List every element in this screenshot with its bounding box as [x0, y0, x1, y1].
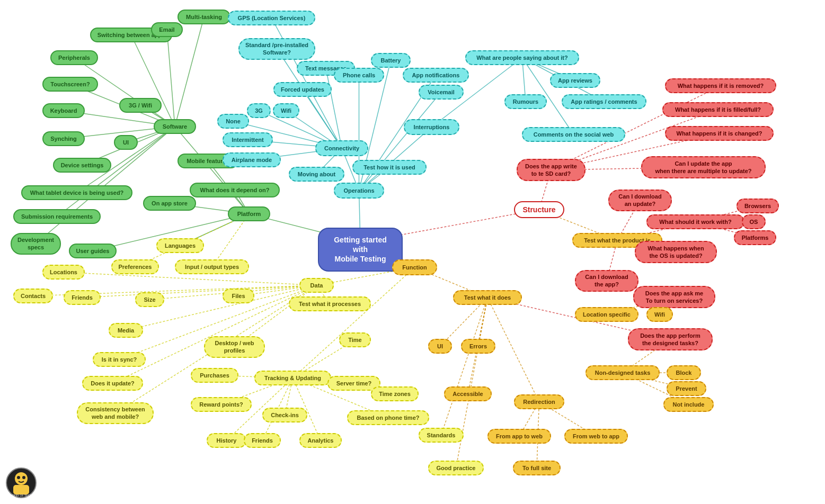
svg-line-41 — [359, 127, 432, 191]
node-software[interactable]: Software — [154, 119, 196, 134]
node-ui[interactable]: UI — [114, 135, 138, 150]
node-from-web-app[interactable]: From web to app — [564, 429, 628, 444]
node-gps[interactable]: GPS (Location Services) — [228, 11, 315, 25]
node-touchscreen[interactable]: Touchscreen? — [42, 77, 98, 92]
node-history[interactable]: History — [207, 433, 246, 448]
node-errors[interactable]: Errors — [461, 339, 495, 354]
node-none[interactable]: None — [217, 114, 249, 129]
node-wifi[interactable]: Wifi — [273, 103, 299, 118]
node-email[interactable]: Email — [151, 22, 183, 37]
node-size[interactable]: Size — [135, 292, 164, 307]
node-does-ask-services[interactable]: Does the app ask meTo turn on services? — [633, 286, 715, 308]
node-prevent[interactable]: Prevent — [667, 381, 706, 396]
node-not-include[interactable]: Not include — [663, 397, 714, 412]
node-std-software[interactable]: Standard /pre-installedSoftware? — [238, 38, 315, 60]
node-interruptions[interactable]: Interruptions — [404, 119, 459, 135]
node-connectivity[interactable]: Connectivity — [315, 140, 368, 156]
node-app-ratings[interactable]: App ratings / comments — [562, 94, 646, 109]
node-structure[interactable]: Structure — [514, 201, 564, 218]
node-can-download-app[interactable]: Can I downloadthe app? — [575, 270, 638, 292]
logo: MINISTRY OF TESTING — [5, 467, 37, 499]
node-intermittent[interactable]: Intermittent — [223, 132, 273, 147]
node-phone-calls[interactable]: Phone calls — [334, 68, 384, 83]
node-based-phone[interactable]: Based on phone time? — [347, 410, 429, 425]
node-friends[interactable]: Friends — [64, 290, 101, 305]
svg-line-15 — [167, 30, 175, 127]
node-files[interactable]: Files — [223, 289, 254, 303]
node-dev-specs[interactable]: Developmentspecs — [11, 233, 61, 255]
node-what-people-say[interactable]: What are people saying about it? — [465, 50, 579, 65]
node-rumours[interactable]: Rumours — [504, 94, 547, 109]
node-analytics[interactable]: Analytics — [299, 433, 342, 448]
node-input-output[interactable]: Input / output types — [175, 259, 249, 274]
node-app-notif[interactable]: App notifications — [403, 68, 469, 83]
node-to-full-site[interactable]: To full site — [513, 461, 561, 475]
node-redirection[interactable]: Redirection — [514, 394, 564, 409]
node-does-perform[interactable]: Does the app performthe designed tasks? — [628, 328, 713, 350]
node-user-guides[interactable]: User guides — [69, 244, 117, 258]
node-preferences[interactable]: Preferences — [111, 259, 159, 274]
node-platform[interactable]: Platform — [228, 206, 270, 221]
node-purchases[interactable]: Purchases — [191, 368, 238, 383]
node-location-specific[interactable]: Location specific — [575, 307, 638, 322]
node-time-zones[interactable]: Time zones — [371, 386, 419, 401]
node-can-download-update[interactable]: Can I downloadan update? — [608, 190, 672, 211]
node-what-happen-full[interactable]: What happens if it is filled/full? — [662, 102, 774, 117]
node-reward-points[interactable]: Reward points? — [191, 397, 252, 412]
node-on-app-store[interactable]: On app store — [143, 196, 196, 211]
node-3g[interactable]: 3G — [247, 103, 271, 118]
node-test-processes[interactable]: Test what it processes — [289, 296, 371, 311]
node-multi-tasking[interactable]: Multi-tasking — [178, 10, 230, 24]
node-accessible[interactable]: Accessible — [444, 386, 492, 401]
node-good-practice[interactable]: Good practice — [428, 461, 484, 475]
node-device-settings[interactable]: Device settings — [53, 158, 111, 173]
node-test-what-does[interactable]: Test what it does — [453, 290, 522, 305]
node-does-write-sd[interactable]: Does the app writeto te SD card? — [517, 159, 586, 181]
node-submission[interactable]: Submission requirements — [13, 209, 101, 224]
node-time[interactable]: Time — [339, 332, 371, 347]
node-what-happen-removed[interactable]: What happens if it is removed? — [665, 78, 776, 93]
node-synching[interactable]: Synching — [42, 131, 85, 146]
node-ui2[interactable]: UI — [428, 339, 452, 354]
node-platforms[interactable]: Platforms — [734, 230, 776, 245]
node-what-should-work[interactable]: What should it work with? — [646, 214, 744, 229]
node-function[interactable]: Function — [392, 259, 437, 275]
node-friends2[interactable]: Friends — [244, 433, 281, 448]
node-keyboard[interactable]: Keyboard — [42, 103, 85, 118]
node-moving-about[interactable]: Moving about — [289, 167, 344, 182]
node-comments-social[interactable]: Comments on the social web — [522, 127, 625, 142]
node-consistency[interactable]: Consistency betweenweb and mobile? — [77, 402, 154, 424]
node-forced-updates[interactable]: Forced updates — [273, 82, 332, 97]
node-operations[interactable]: Operations — [334, 183, 384, 199]
node-desktop-profiles[interactable]: Desktop / webprofiles — [204, 336, 265, 358]
node-is-sync[interactable]: Is it in sync? — [93, 352, 146, 367]
node-languages[interactable]: Languages — [156, 238, 204, 253]
node-battery[interactable]: Battery — [371, 53, 411, 68]
node-contacts[interactable]: Contacts — [13, 289, 53, 303]
node-what-happen-os[interactable]: What happens whenthe OS is updated? — [635, 241, 717, 263]
node-browsers[interactable]: Browsers — [737, 199, 779, 213]
node-tracking[interactable]: Tracking & Updating — [254, 371, 331, 385]
node-os[interactable]: OS — [742, 214, 766, 229]
node-media[interactable]: Media — [109, 323, 143, 338]
node-can-update-multiple[interactable]: Can I update the appwhen there are multi… — [641, 156, 766, 178]
node-test-how-used[interactable]: Test how it is used — [352, 160, 427, 175]
node-check-ins[interactable]: Check-ins — [262, 408, 307, 422]
node-what-tablet[interactable]: What tablet device is being used? — [21, 185, 132, 200]
node-airplane[interactable]: Airplane mode — [223, 152, 281, 167]
node-what-happen-changed[interactable]: What happens if it is changed? — [665, 126, 774, 141]
node-non-designed[interactable]: Non-designed tasks — [586, 365, 660, 380]
node-voicemail[interactable]: Voicemail — [419, 85, 464, 100]
node-app-reviews[interactable]: App reviews — [550, 73, 600, 88]
node-what-depend[interactable]: What does it depend on? — [190, 183, 280, 197]
node-from-app-web[interactable]: From app to web — [487, 429, 551, 444]
node-standards[interactable]: Standards — [419, 428, 464, 443]
node-peripherals[interactable]: Peripherals — [50, 50, 98, 65]
node-block[interactable]: Block — [667, 365, 701, 380]
node-3g-wifi[interactable]: 3G / Wifi — [119, 98, 162, 113]
node-data[interactable]: Data — [299, 278, 334, 293]
node-does-update[interactable]: Does it update? — [82, 376, 143, 391]
node-locations[interactable]: Locations — [42, 265, 85, 280]
node-wifi2[interactable]: Wifi — [646, 307, 673, 322]
node-center[interactable]: Getting started withMobile Testing — [318, 228, 403, 272]
